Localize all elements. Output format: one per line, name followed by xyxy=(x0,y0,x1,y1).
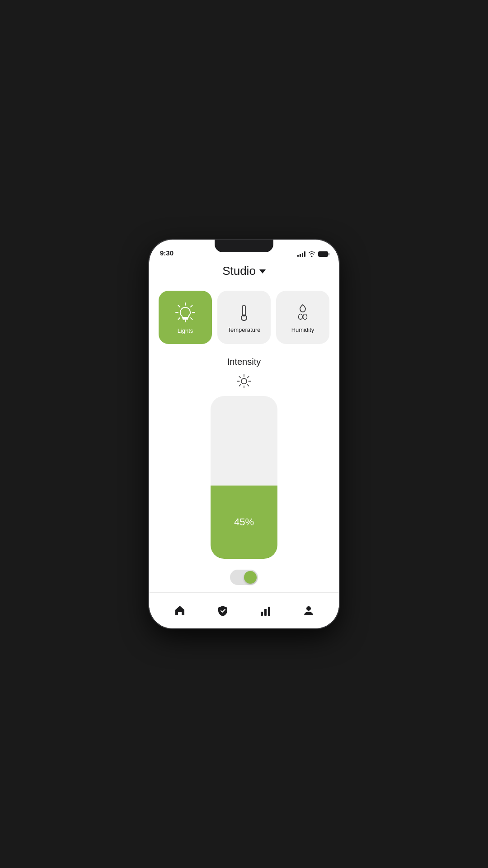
header[interactable]: Studio xyxy=(222,264,266,278)
svg-rect-24 xyxy=(268,607,270,616)
nav-security[interactable] xyxy=(209,601,236,621)
svg-line-21 xyxy=(239,385,240,386)
notch xyxy=(215,240,273,252)
page-title: Studio xyxy=(222,264,256,278)
svg-line-18 xyxy=(239,376,240,377)
bulb-icon xyxy=(174,301,197,324)
svg-line-6 xyxy=(191,305,192,307)
lights-label: Lights xyxy=(178,327,193,334)
svg-point-25 xyxy=(306,606,311,611)
intensity-label: Intensity xyxy=(227,357,261,367)
toggle-container xyxy=(230,570,258,585)
svg-line-20 xyxy=(248,376,249,377)
temperature-card[interactable]: Temperature xyxy=(217,291,271,344)
profile-icon xyxy=(302,604,315,617)
sun-icon xyxy=(235,373,253,389)
humidity-card[interactable]: Humidity xyxy=(276,291,329,344)
shield-icon xyxy=(216,604,229,617)
svg-line-4 xyxy=(178,305,180,307)
intensity-slider[interactable]: 45% xyxy=(211,396,277,559)
svg-line-19 xyxy=(248,385,249,386)
nav-home[interactable] xyxy=(166,601,193,621)
svg-point-13 xyxy=(241,378,247,384)
status-time: 9:30 xyxy=(160,249,174,257)
humidity-icon xyxy=(292,302,313,323)
intensity-value: 45% xyxy=(234,516,254,528)
svg-rect-22 xyxy=(261,612,263,616)
chevron-down-icon[interactable] xyxy=(259,269,266,274)
signal-icon xyxy=(297,251,305,257)
lights-toggle[interactable] xyxy=(230,570,258,585)
svg-rect-23 xyxy=(264,609,267,616)
stats-icon xyxy=(259,604,272,617)
nav-stats[interactable] xyxy=(252,601,279,621)
bottom-nav xyxy=(149,592,339,628)
svg-line-7 xyxy=(178,318,180,320)
battery-icon xyxy=(318,251,328,257)
slider-fill: 45% xyxy=(211,486,277,559)
temperature-label: Temperature xyxy=(228,326,261,333)
home-icon xyxy=(174,604,186,617)
status-icons xyxy=(297,251,328,257)
phone-frame: 9:30 Studio xyxy=(149,240,339,628)
svg-rect-8 xyxy=(183,317,188,319)
thermometer-icon xyxy=(234,302,254,323)
lights-card[interactable]: Lights xyxy=(159,291,212,344)
phone-screen: 9:30 Studio xyxy=(149,240,339,628)
svg-line-5 xyxy=(191,318,192,320)
humidity-label: Humidity xyxy=(291,326,314,333)
main-content: Studio xyxy=(149,259,339,592)
nav-profile[interactable] xyxy=(295,601,322,621)
wifi-icon xyxy=(308,251,315,257)
toggle-knob xyxy=(244,571,257,584)
cards-row: Lights Temperature xyxy=(158,291,330,344)
